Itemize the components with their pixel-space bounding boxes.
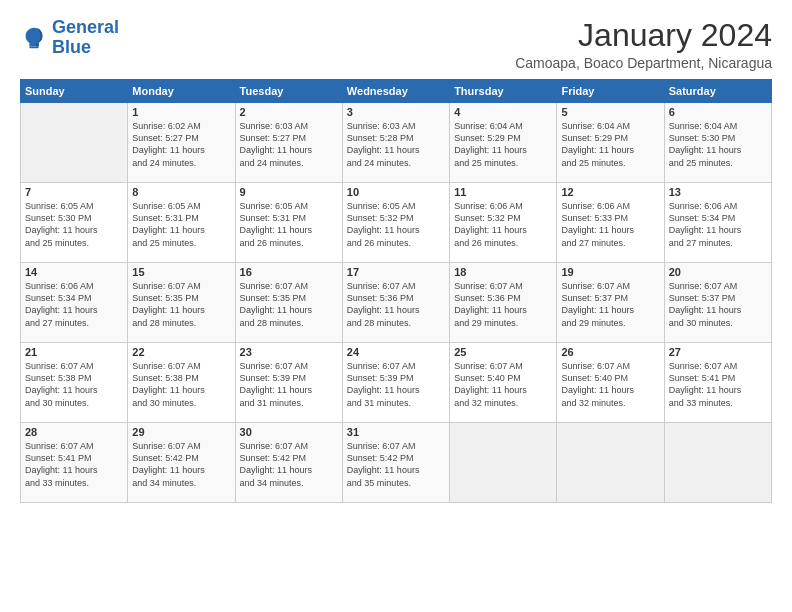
table-cell: 11Sunrise: 6:06 AM Sunset: 5:32 PM Dayli… <box>450 183 557 263</box>
day-number: 14 <box>25 266 123 278</box>
table-row: 21Sunrise: 6:07 AM Sunset: 5:38 PM Dayli… <box>21 343 772 423</box>
table-cell: 9Sunrise: 6:05 AM Sunset: 5:31 PM Daylig… <box>235 183 342 263</box>
logo: General Blue <box>20 18 119 58</box>
table-cell <box>21 103 128 183</box>
day-info: Sunrise: 6:07 AM Sunset: 5:37 PM Dayligh… <box>669 280 767 329</box>
day-number: 2 <box>240 106 338 118</box>
table-cell: 12Sunrise: 6:06 AM Sunset: 5:33 PM Dayli… <box>557 183 664 263</box>
table-cell: 6Sunrise: 6:04 AM Sunset: 5:30 PM Daylig… <box>664 103 771 183</box>
table-cell: 4Sunrise: 6:04 AM Sunset: 5:29 PM Daylig… <box>450 103 557 183</box>
day-number: 9 <box>240 186 338 198</box>
day-info: Sunrise: 6:07 AM Sunset: 5:41 PM Dayligh… <box>25 440 123 489</box>
day-info: Sunrise: 6:06 AM Sunset: 5:34 PM Dayligh… <box>669 200 767 249</box>
day-number: 24 <box>347 346 445 358</box>
day-number: 29 <box>132 426 230 438</box>
table-cell: 5Sunrise: 6:04 AM Sunset: 5:29 PM Daylig… <box>557 103 664 183</box>
day-number: 7 <box>25 186 123 198</box>
day-info: Sunrise: 6:07 AM Sunset: 5:36 PM Dayligh… <box>347 280 445 329</box>
table-row: 28Sunrise: 6:07 AM Sunset: 5:41 PM Dayli… <box>21 423 772 503</box>
table-cell: 31Sunrise: 6:07 AM Sunset: 5:42 PM Dayli… <box>342 423 449 503</box>
logo-text: General Blue <box>52 18 119 58</box>
table-cell: 10Sunrise: 6:05 AM Sunset: 5:32 PM Dayli… <box>342 183 449 263</box>
table-cell: 15Sunrise: 6:07 AM Sunset: 5:35 PM Dayli… <box>128 263 235 343</box>
day-info: Sunrise: 6:06 AM Sunset: 5:33 PM Dayligh… <box>561 200 659 249</box>
day-info: Sunrise: 6:07 AM Sunset: 5:35 PM Dayligh… <box>240 280 338 329</box>
col-friday: Friday <box>557 80 664 103</box>
day-info: Sunrise: 6:07 AM Sunset: 5:42 PM Dayligh… <box>132 440 230 489</box>
day-info: Sunrise: 6:07 AM Sunset: 5:36 PM Dayligh… <box>454 280 552 329</box>
day-info: Sunrise: 6:04 AM Sunset: 5:29 PM Dayligh… <box>454 120 552 169</box>
day-info: Sunrise: 6:05 AM Sunset: 5:32 PM Dayligh… <box>347 200 445 249</box>
day-number: 26 <box>561 346 659 358</box>
day-info: Sunrise: 6:06 AM Sunset: 5:32 PM Dayligh… <box>454 200 552 249</box>
day-number: 12 <box>561 186 659 198</box>
day-number: 31 <box>347 426 445 438</box>
day-info: Sunrise: 6:04 AM Sunset: 5:29 PM Dayligh… <box>561 120 659 169</box>
day-info: Sunrise: 6:07 AM Sunset: 5:41 PM Dayligh… <box>669 360 767 409</box>
table-cell: 24Sunrise: 6:07 AM Sunset: 5:39 PM Dayli… <box>342 343 449 423</box>
day-number: 17 <box>347 266 445 278</box>
table-cell: 13Sunrise: 6:06 AM Sunset: 5:34 PM Dayli… <box>664 183 771 263</box>
table-cell <box>450 423 557 503</box>
table-cell: 18Sunrise: 6:07 AM Sunset: 5:36 PM Dayli… <box>450 263 557 343</box>
table-cell: 7Sunrise: 6:05 AM Sunset: 5:30 PM Daylig… <box>21 183 128 263</box>
table-cell: 29Sunrise: 6:07 AM Sunset: 5:42 PM Dayli… <box>128 423 235 503</box>
day-info: Sunrise: 6:07 AM Sunset: 5:37 PM Dayligh… <box>561 280 659 329</box>
day-number: 5 <box>561 106 659 118</box>
day-number: 15 <box>132 266 230 278</box>
day-info: Sunrise: 6:07 AM Sunset: 5:35 PM Dayligh… <box>132 280 230 329</box>
header-row: Sunday Monday Tuesday Wednesday Thursday… <box>21 80 772 103</box>
col-monday: Monday <box>128 80 235 103</box>
day-info: Sunrise: 6:03 AM Sunset: 5:27 PM Dayligh… <box>240 120 338 169</box>
day-info: Sunrise: 6:05 AM Sunset: 5:31 PM Dayligh… <box>240 200 338 249</box>
col-thursday: Thursday <box>450 80 557 103</box>
day-number: 22 <box>132 346 230 358</box>
title-block: January 2024 Camoapa, Boaco Department, … <box>515 18 772 71</box>
table-cell: 22Sunrise: 6:07 AM Sunset: 5:38 PM Dayli… <box>128 343 235 423</box>
day-number: 13 <box>669 186 767 198</box>
day-info: Sunrise: 6:07 AM Sunset: 5:40 PM Dayligh… <box>561 360 659 409</box>
table-cell: 2Sunrise: 6:03 AM Sunset: 5:27 PM Daylig… <box>235 103 342 183</box>
day-info: Sunrise: 6:07 AM Sunset: 5:42 PM Dayligh… <box>240 440 338 489</box>
day-info: Sunrise: 6:07 AM Sunset: 5:38 PM Dayligh… <box>25 360 123 409</box>
col-wednesday: Wednesday <box>342 80 449 103</box>
table-cell: 8Sunrise: 6:05 AM Sunset: 5:31 PM Daylig… <box>128 183 235 263</box>
col-sunday: Sunday <box>21 80 128 103</box>
table-cell: 17Sunrise: 6:07 AM Sunset: 5:36 PM Dayli… <box>342 263 449 343</box>
table-cell: 30Sunrise: 6:07 AM Sunset: 5:42 PM Dayli… <box>235 423 342 503</box>
day-number: 21 <box>25 346 123 358</box>
table-cell <box>557 423 664 503</box>
day-info: Sunrise: 6:07 AM Sunset: 5:39 PM Dayligh… <box>240 360 338 409</box>
day-number: 20 <box>669 266 767 278</box>
day-number: 3 <box>347 106 445 118</box>
page: General Blue January 2024 Camoapa, Boaco… <box>0 0 792 612</box>
logo-icon <box>20 24 48 52</box>
day-info: Sunrise: 6:03 AM Sunset: 5:28 PM Dayligh… <box>347 120 445 169</box>
table-cell: 23Sunrise: 6:07 AM Sunset: 5:39 PM Dayli… <box>235 343 342 423</box>
calendar-table: Sunday Monday Tuesday Wednesday Thursday… <box>20 79 772 503</box>
day-info: Sunrise: 6:07 AM Sunset: 5:39 PM Dayligh… <box>347 360 445 409</box>
day-number: 19 <box>561 266 659 278</box>
logo-line1: General <box>52 17 119 37</box>
table-cell <box>664 423 771 503</box>
day-number: 10 <box>347 186 445 198</box>
day-info: Sunrise: 6:07 AM Sunset: 5:40 PM Dayligh… <box>454 360 552 409</box>
table-cell: 26Sunrise: 6:07 AM Sunset: 5:40 PM Dayli… <box>557 343 664 423</box>
table-cell: 28Sunrise: 6:07 AM Sunset: 5:41 PM Dayli… <box>21 423 128 503</box>
day-number: 18 <box>454 266 552 278</box>
day-info: Sunrise: 6:07 AM Sunset: 5:42 PM Dayligh… <box>347 440 445 489</box>
col-saturday: Saturday <box>664 80 771 103</box>
day-number: 25 <box>454 346 552 358</box>
day-info: Sunrise: 6:05 AM Sunset: 5:30 PM Dayligh… <box>25 200 123 249</box>
table-cell: 3Sunrise: 6:03 AM Sunset: 5:28 PM Daylig… <box>342 103 449 183</box>
day-number: 28 <box>25 426 123 438</box>
col-tuesday: Tuesday <box>235 80 342 103</box>
table-row: 1Sunrise: 6:02 AM Sunset: 5:27 PM Daylig… <box>21 103 772 183</box>
svg-rect-0 <box>29 46 38 48</box>
table-cell: 1Sunrise: 6:02 AM Sunset: 5:27 PM Daylig… <box>128 103 235 183</box>
day-info: Sunrise: 6:02 AM Sunset: 5:27 PM Dayligh… <box>132 120 230 169</box>
table-row: 7Sunrise: 6:05 AM Sunset: 5:30 PM Daylig… <box>21 183 772 263</box>
month-title: January 2024 <box>515 18 772 53</box>
table-cell: 20Sunrise: 6:07 AM Sunset: 5:37 PM Dayli… <box>664 263 771 343</box>
table-cell: 19Sunrise: 6:07 AM Sunset: 5:37 PM Dayli… <box>557 263 664 343</box>
